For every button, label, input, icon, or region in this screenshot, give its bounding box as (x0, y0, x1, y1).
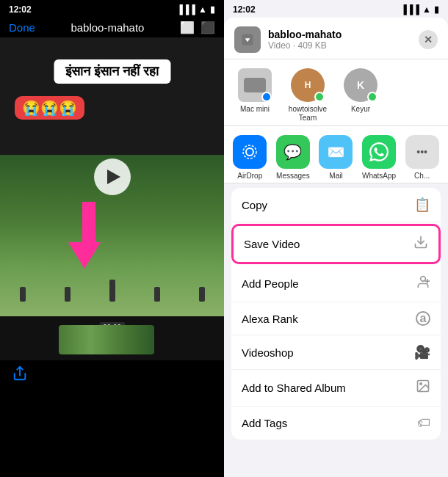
save-video-icon (413, 235, 428, 253)
share-sheet-header: babloo-mahato Video · 409 KB ✕ (224, 18, 448, 59)
action-add-people[interactable]: Add People (231, 266, 441, 302)
whatsapp-icon (362, 135, 396, 169)
play-button[interactable] (94, 159, 131, 195)
mail-label: Mail (329, 172, 342, 180)
copy-icon: 📋 (414, 197, 430, 213)
left-status-bar: 12:02 ▐▐▐ ▲ ▮ (0, 0, 224, 18)
wifi-icon: ▲ (198, 4, 207, 15)
save-video-label: Save Video (244, 238, 413, 250)
bottom-bar (0, 360, 224, 390)
videoshop-icon: 🎥 (414, 344, 430, 360)
add-tags-icon: 🏷 (417, 415, 430, 431)
video-frame: इंसान इंसान नहीं रहा 😭😭😭 (0, 37, 224, 316)
arrow-indicator (77, 202, 101, 269)
howtoisolve-avatar: H (291, 68, 325, 102)
app-airdrop[interactable]: AirDrop (230, 135, 270, 180)
done-button[interactable]: Done (9, 21, 35, 34)
recipient-mac-mini[interactable]: Mac mini (230, 68, 280, 123)
person-3 (109, 280, 115, 302)
airdrop-label: AirDrop (237, 172, 262, 180)
play-triangle-icon (107, 170, 120, 184)
mail-icon: ✉️ (319, 135, 353, 169)
right-signal-icon: ▐▐▐ (401, 4, 420, 15)
action-list: Copy 📋 Save Video Add (224, 183, 448, 477)
close-button[interactable]: ✕ (419, 30, 438, 49)
action-save-video[interactable]: Save Video (231, 224, 441, 264)
action-alexa-rank[interactable]: Alexa Rank a (231, 302, 441, 335)
keyur-label: Keyur (351, 105, 370, 114)
more-label: Ch... (414, 172, 430, 180)
left-nav-bar: Done babloo-mahato ⬜ ⬛ (0, 18, 224, 37)
action-section-1: Copy 📋 Save Video Add (231, 188, 441, 440)
video-people (0, 280, 224, 302)
right-status-bar: 12:02 ▐▐▐ ▲ ▮ (224, 0, 448, 18)
recipient-howtoisolve[interactable]: H howtoisolve Team (283, 68, 333, 123)
svg-point-3 (246, 148, 253, 156)
mac-mini-label: Mac mini (240, 105, 270, 114)
add-people-icon (416, 274, 430, 293)
right-status-icons: ▐▐▐ ▲ ▮ (401, 4, 439, 15)
right-wifi-icon: ▲ (422, 4, 431, 15)
svg-point-6 (421, 277, 426, 282)
battery-icon: ▮ (210, 4, 215, 15)
left-panel: 12:02 ▐▐▐ ▲ ▮ Done babloo-mahato ⬜ ⬛ इंस… (0, 0, 224, 477)
keyur-online-dot (367, 92, 377, 102)
action-add-tags[interactable]: Add Tags 🏷 (231, 407, 441, 440)
share-sheet: babloo-mahato Video · 409 KB ✕ Mac mini … (224, 18, 448, 477)
add-tags-label: Add Tags (242, 417, 417, 429)
messages-icon: 💬 (276, 135, 310, 169)
left-time: 12:02 (9, 4, 32, 15)
person-5 (199, 287, 205, 302)
shared-album-icon (416, 379, 430, 397)
crop-icon[interactable]: ⬜ (180, 21, 195, 34)
mac-mini-online-dot (261, 92, 272, 102)
left-nav-title: babloo-mahato (71, 21, 144, 34)
app-whatsapp[interactable]: WhatsApp (359, 135, 400, 180)
nav-icons: ⬜ ⬛ (180, 21, 215, 34)
right-battery-icon: ▮ (434, 4, 439, 15)
action-copy[interactable]: Copy 📋 (231, 188, 441, 222)
copy-label: Copy (242, 199, 414, 211)
emoji-badge: 😭😭😭 (15, 96, 84, 120)
messages-label: Messages (276, 172, 310, 180)
app-mail[interactable]: ✉️ Mail (316, 135, 356, 180)
add-people-label: Add People (242, 277, 416, 290)
signal-icon: ▐▐▐ (177, 4, 196, 15)
howtoisolve-label: howtoisolve Team (283, 105, 333, 123)
edit-icon[interactable]: ⬛ (200, 21, 215, 34)
app-messages[interactable]: 💬 Messages (273, 135, 314, 180)
sheet-file-icon (234, 26, 261, 53)
left-status-icons: ▐▐▐ ▲ ▮ (177, 4, 215, 15)
more-icon: ••• (405, 135, 439, 169)
action-shared-album[interactable]: Add to Shared Album (231, 370, 441, 407)
recipients-row: Mac mini H howtoisolve Team K Keyur (224, 59, 448, 126)
svg-point-4 (243, 145, 256, 159)
right-panel: 12:02 ▐▐▐ ▲ ▮ babloo-mahato Video · 409 … (224, 0, 448, 477)
right-time: 12:02 (233, 4, 256, 15)
svg-point-10 (420, 383, 422, 385)
sheet-info: babloo-mahato Video · 409 KB (268, 29, 419, 51)
airdrop-icon (233, 135, 267, 169)
alexa-rank-label: Alexa Rank (242, 313, 416, 325)
alexa-icon: a (416, 311, 430, 326)
keyur-avatar: K (344, 68, 377, 102)
mac-mini-icon (238, 68, 272, 102)
app-more[interactable]: ••• Ch... (402, 135, 442, 180)
person-4 (154, 287, 160, 302)
share-button[interactable] (12, 365, 28, 385)
apps-row: AirDrop 💬 Messages ✉️ Mail WhatsApp ••• (224, 126, 448, 183)
sheet-subtitle: Video · 409 KB (268, 40, 419, 51)
timeline-thumbnail (59, 325, 154, 354)
sheet-title: babloo-mahato (268, 29, 419, 40)
whatsapp-label: WhatsApp (362, 172, 396, 180)
howtoisolve-online-dot (314, 92, 325, 102)
shared-album-label: Add to Shared Album (242, 382, 416, 394)
video-timeline: 00:00 (0, 316, 224, 360)
recipient-keyur[interactable]: K Keyur (336, 68, 386, 123)
person-1 (20, 287, 26, 302)
video-text: इंसान इंसान नहीं रहा (54, 59, 170, 84)
action-videoshop[interactable]: Videoshop 🎥 (231, 335, 441, 370)
person-2 (65, 287, 71, 302)
videoshop-label: Videoshop (242, 346, 414, 359)
